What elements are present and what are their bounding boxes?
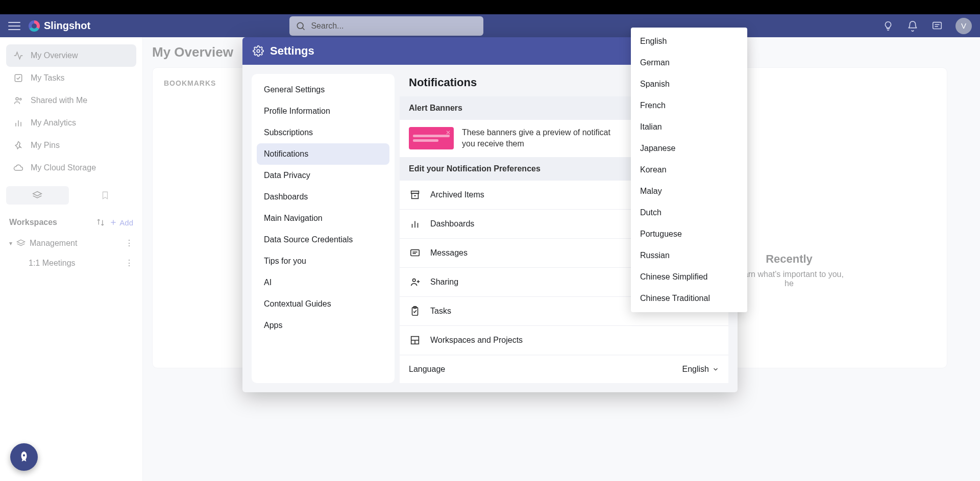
settings-nav-guides[interactable]: Contextual Guides — [257, 293, 389, 315]
top-right: V — [882, 18, 972, 34]
lang-option-spanish[interactable]: Spanish — [631, 73, 747, 95]
message-icon — [409, 247, 421, 259]
gear-icon — [253, 45, 264, 57]
language-dropdown: English German Spanish French Italian Ja… — [631, 28, 747, 312]
lang-option-italian[interactable]: Italian — [631, 116, 747, 138]
lang-option-chinese-simplified[interactable]: Chinese Simplified — [631, 266, 747, 288]
svg-point-25 — [412, 279, 415, 282]
rocket-icon — [17, 450, 31, 464]
chat-icon[interactable] — [931, 20, 943, 32]
search-wrap — [289, 16, 483, 36]
banner-description: These banners give a preview of notifica… — [462, 127, 610, 150]
language-row: Language English — [400, 356, 728, 383]
lang-option-portuguese[interactable]: Portuguese — [631, 223, 747, 245]
settings-nav-notifications[interactable]: Notifications — [257, 143, 389, 165]
launch-fab[interactable] — [10, 443, 38, 471]
lang-option-russian[interactable]: Russian — [631, 245, 747, 266]
lang-option-korean[interactable]: Korean — [631, 159, 747, 181]
top-nav: Slingshot V — [0, 14, 980, 37]
lang-option-french[interactable]: French — [631, 95, 747, 116]
archive-icon — [409, 189, 421, 201]
lightbulb-icon[interactable] — [882, 20, 894, 32]
logo-icon — [29, 20, 40, 32]
settings-nav-tips[interactable]: Tips for you — [257, 250, 389, 272]
svg-point-0 — [298, 22, 304, 29]
settings-nav-privacy[interactable]: Data Privacy — [257, 165, 389, 186]
settings-modal-title: Settings — [270, 44, 314, 58]
settings-nav: General Settings Profile Information Sub… — [252, 74, 395, 383]
search-icon — [296, 21, 306, 31]
pref-workspaces[interactable]: Workspaces and Projects — [400, 325, 728, 355]
settings-nav-subscriptions[interactable]: Subscriptions — [257, 122, 389, 143]
window-top-bar — [0, 0, 980, 14]
svg-rect-2 — [933, 22, 942, 29]
brand[interactable]: Slingshot — [29, 20, 90, 32]
lang-option-dutch[interactable]: Dutch — [631, 202, 747, 223]
settings-nav-credentials[interactable]: Data Source Credentials — [257, 229, 389, 250]
language-label: Language — [409, 365, 445, 374]
svg-line-1 — [303, 28, 305, 30]
lang-option-japanese[interactable]: Japanese — [631, 138, 747, 159]
brand-name: Slingshot — [44, 20, 90, 32]
settings-nav-general[interactable]: General Settings — [257, 79, 389, 100]
chevron-down-icon — [712, 366, 719, 373]
svg-point-15 — [257, 49, 260, 53]
lang-option-english[interactable]: English — [631, 31, 747, 52]
menu-toggle-button[interactable] — [8, 20, 20, 32]
search-input[interactable] — [289, 16, 483, 36]
avatar[interactable]: V — [955, 18, 972, 34]
settings-nav-dashboards[interactable]: Dashboards — [257, 186, 389, 208]
bar-chart-icon — [409, 218, 421, 230]
settings-nav-profile[interactable]: Profile Information — [257, 100, 389, 122]
lang-option-chinese-traditional[interactable]: Chinese Traditional — [631, 288, 747, 309]
settings-nav-apps[interactable]: Apps — [257, 315, 389, 336]
settings-nav-mainnav[interactable]: Main Navigation — [257, 208, 389, 229]
banner-preview-icon: ✕ — [409, 127, 454, 149]
user-plus-icon — [409, 276, 421, 288]
settings-nav-ai[interactable]: AI — [257, 272, 389, 293]
clipboard-icon — [409, 305, 421, 317]
lang-option-german[interactable]: German — [631, 52, 747, 73]
svg-rect-22 — [411, 249, 420, 256]
lang-option-malay[interactable]: Malay — [631, 181, 747, 202]
language-select[interactable]: English — [682, 365, 719, 374]
bell-icon[interactable] — [906, 20, 919, 32]
layout-icon — [409, 334, 421, 346]
